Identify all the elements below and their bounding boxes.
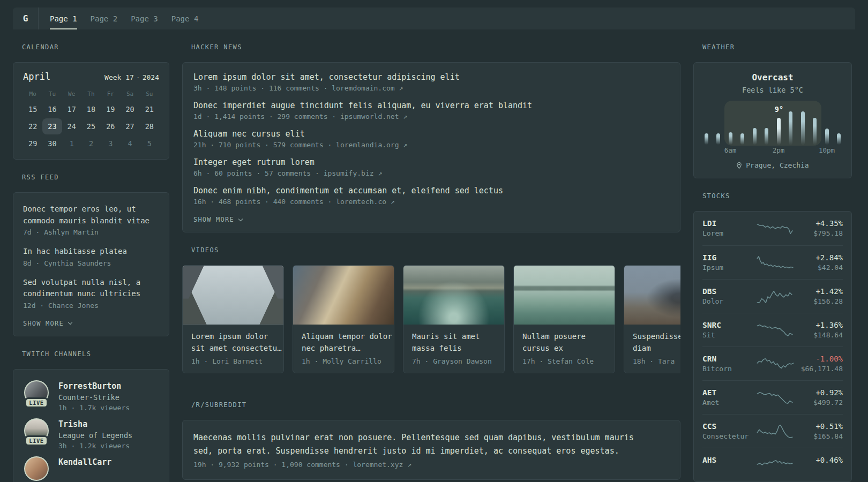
rss-item-meta: 12d · Chance Jones — [23, 302, 159, 310]
chevron-down-icon — [68, 320, 72, 325]
hn-story: Lorem ipsum dolor sit amet, consectetur … — [193, 72, 669, 92]
temp-bar — [753, 128, 757, 145]
stock-price — [815, 466, 843, 475]
channel-name[interactable]: Trisha — [58, 419, 132, 429]
right-column: WEATHER Overcast Feels like 5°C — [693, 29, 852, 482]
tab-page-3[interactable]: Page 3 — [131, 7, 158, 29]
stock-id: SNRCSit — [702, 321, 755, 340]
stock-row[interactable]: IIGIpsum +2.84%$42.04 — [702, 245, 843, 279]
video-card[interactable]: Suspendissediam 18h · Tara — [624, 265, 680, 373]
hn-story-title[interactable]: Integer eget rutrum lorem — [193, 157, 669, 167]
stock-values: +1.36%$148.64 — [813, 321, 843, 340]
stock-row[interactable]: CRNBitcorn -1.00%$66,171.48 — [702, 347, 843, 380]
stock-name — [702, 466, 755, 475]
temp-bar — [729, 132, 732, 145]
avatar-wrap: LIVE — [23, 418, 50, 450]
hn-story-meta: 6h · 60 points · 57 comments · ipsumify.… — [193, 169, 669, 177]
hn-story-title[interactable]: Lorem ipsum dolor sit amet, consectetur … — [193, 72, 669, 82]
stock-row[interactable]: SNRCSit +1.36%$148.64 — [702, 313, 843, 347]
tab-page-2[interactable]: Page 2 — [91, 7, 118, 29]
tab-page-1[interactable]: Page 1 — [50, 7, 77, 29]
hn-story-title[interactable]: Donec imperdiet augue tincidunt felis al… — [193, 101, 669, 110]
videos-row: Lorem ipsum dolorsit amet consectetu… 1h… — [182, 265, 680, 373]
hn-story-source-link[interactable]: ipsumify.biz ↗ — [324, 169, 383, 177]
reddit-post-title[interactable]: Maecenas mollis pulvinar erat non posuer… — [193, 431, 634, 458]
hn-story-source-link[interactable]: loremtech.co ↗ — [336, 198, 395, 206]
stock-change-pct: +2.84% — [815, 253, 843, 262]
stock-sparkline — [755, 356, 796, 372]
calendar-day: 21 — [140, 101, 159, 117]
video-title: Aliquam tempor dolornec pharetra… — [302, 331, 385, 354]
live-badge: LIVE — [26, 437, 46, 445]
hn-story-source-link[interactable]: ipsumworld.net ↗ — [340, 112, 407, 120]
video-thumbnail[interactable] — [183, 266, 283, 325]
channel-meta: 3h · 1.2k viewers — [58, 442, 132, 450]
tab-page-4[interactable]: Page 4 — [171, 7, 199, 29]
stock-row[interactable]: DBSDolor +1.42%$156.28 — [702, 279, 843, 313]
hn-story-title[interactable]: Donec enim nibh, condimentum et accumsan… — [193, 186, 669, 195]
calendar-day: 15 — [23, 101, 42, 117]
calendar-heading: CALENDAR — [22, 43, 169, 51]
calendar-widget: April Week 17·2024 Mo Tu We Th Fr Sa Su … — [13, 62, 169, 160]
video-thumbnail[interactable] — [514, 266, 615, 325]
video-card[interactable]: Nullam posuerecursus ex 17h · Stefan Col… — [513, 265, 615, 373]
time-tick: 6am — [724, 146, 737, 154]
calendar-day-next-month: 2 — [81, 135, 101, 152]
stock-row[interactable]: CCSConsectetur +0.51%$165.84 — [702, 414, 843, 448]
stock-row[interactable]: AETAmet +0.92%$499.72 — [702, 380, 843, 414]
rss-item-title[interactable]: Sed volutpat nulla nisl, a condimentum n… — [23, 277, 159, 300]
avatar[interactable] — [24, 456, 49, 481]
video-thumbnail[interactable] — [293, 266, 394, 325]
weather-feels-like: Feels like 5°C — [705, 86, 841, 94]
hn-story-meta: 1d · 1,414 points · 299 comments · ipsum… — [193, 112, 669, 120]
stock-row[interactable]: AHS +0.46% — [702, 448, 843, 481]
channel-info: Trisha League of Legends 3h · 1.2k viewe… — [58, 418, 132, 450]
hn-story: Integer eget rutrum lorem 6h · 60 points… — [193, 157, 669, 177]
hn-story-title[interactable]: Aliquam nec cursus elit — [193, 129, 669, 139]
hn-show-more-button[interactable]: SHOW MORE — [193, 216, 242, 223]
twitch-channel-row[interactable]: LIVE Trisha League of Legends 3h · 1.2k … — [23, 418, 159, 450]
weather-condition: Overcast — [705, 72, 841, 82]
video-meta: 18h · Tara — [633, 357, 680, 365]
channel-name[interactable]: ForrestBurton — [58, 381, 130, 391]
rss-show-more-button[interactable]: SHOW MORE — [23, 320, 72, 327]
calendar-day-next-month: 3 — [101, 135, 120, 152]
weather-location: Prague, Czechia — [705, 161, 841, 169]
stock-change-pct-negative: -1.00% — [801, 355, 843, 363]
stock-change-pct: +1.36% — [813, 321, 843, 329]
calendar-day-selected: 23 — [42, 118, 62, 134]
stock-price: $156.28 — [813, 297, 843, 306]
video-card[interactable]: Aliquam tempor dolornec pharetra… 1h · M… — [293, 265, 394, 373]
twitch-channel-row[interactable]: LIVE ForrestBurton Counter-Strike 1h · 1… — [23, 380, 159, 412]
rss-item-meta: 8d · Cynthia Saunders — [23, 259, 159, 267]
twitch-channel-row[interactable]: KendallCarr — [23, 456, 159, 481]
weekday-label: We — [62, 88, 81, 100]
calendar-day-next-month: 5 — [140, 135, 159, 152]
reddit-post-source-link[interactable]: loremnet.xyz ↗ — [353, 461, 411, 469]
video-thumbnail[interactable] — [403, 266, 504, 325]
temp-bar — [789, 111, 792, 145]
calendar-day: 18 — [81, 101, 101, 117]
stock-name: Consectetur — [702, 432, 755, 441]
stock-row[interactable]: LDILorem +4.35%$795.18 — [702, 212, 843, 245]
weekday-label: Sa — [120, 88, 139, 100]
calendar-day: 29 — [23, 135, 42, 152]
subreddit-heading: /R/SUBREDDIT — [191, 401, 680, 409]
rss-widget: Donec tempor eros leo, ut commodo mauris… — [13, 192, 169, 336]
hackernews-heading: HACKER NEWS — [191, 43, 680, 51]
temp-bar — [801, 111, 805, 145]
video-thumbnail[interactable] — [624, 266, 680, 325]
video-card[interactable]: Lorem ipsum dolorsit amet consectetu… 1h… — [182, 265, 284, 373]
temp-bar — [740, 133, 744, 145]
rss-item-title[interactable]: In hac habitasse platea — [23, 246, 159, 258]
stock-values: -1.00%$66,171.48 — [801, 355, 843, 373]
rss-item-title[interactable]: Donec tempor eros leo, ut commodo mauris… — [23, 204, 159, 227]
stock-change-pct: +0.46% — [815, 456, 843, 464]
stock-name: Dolor — [702, 297, 755, 306]
rss-heading: RSS FEED — [22, 174, 169, 181]
time-tick: 2pm — [773, 146, 785, 154]
video-card[interactable]: Mauris sit ametmassa felis 7h · Grayson … — [403, 265, 505, 373]
hn-story-source-link[interactable]: loremlandia.org ↗ — [336, 141, 407, 149]
channel-name[interactable]: KendallCarr — [58, 457, 111, 467]
hn-story-source-link[interactable]: loremdomain.com ↗ — [332, 84, 403, 92]
